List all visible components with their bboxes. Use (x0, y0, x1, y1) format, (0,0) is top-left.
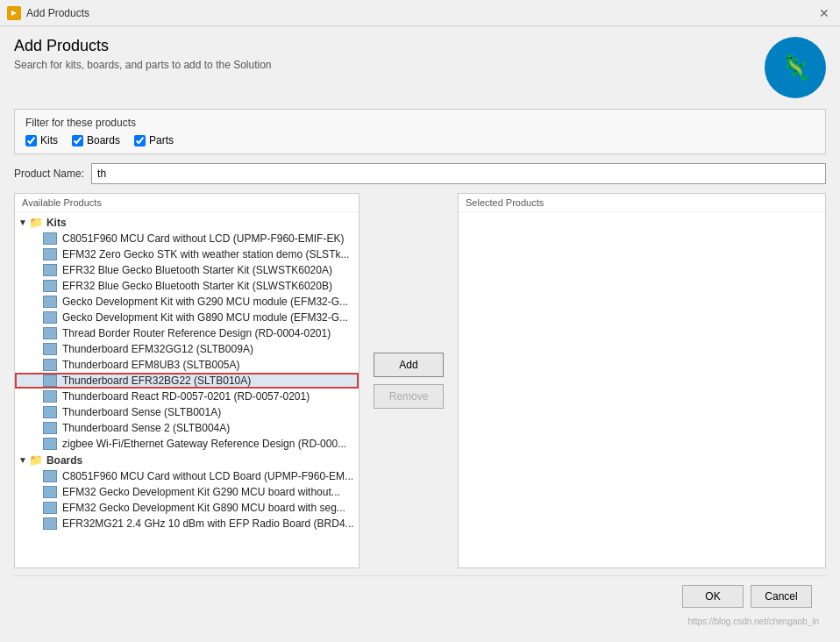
product-name-input[interactable] (91, 163, 826, 184)
kit-icon (43, 280, 57, 292)
category-kits[interactable]: ▼ 📁 Kits (15, 214, 359, 231)
list-item[interactable]: EFM32 Gecko Development Kit G890 MCU boa… (15, 500, 359, 516)
header-area: Add Products Search for kits, boards, an… (14, 37, 826, 98)
kit-icon (43, 311, 57, 324)
dialog-title: Add Products (14, 37, 272, 55)
title-bar-title: Add Products (26, 7, 89, 19)
parts-label: Parts (149, 134, 174, 146)
header-text: Add Products Search for kits, boards, an… (14, 37, 272, 71)
product-name-label: Product Name: (14, 168, 84, 180)
boards-category-label: Boards (46, 454, 82, 467)
kit-icon (43, 248, 57, 260)
checkbox-row: Kits Boards Parts (25, 134, 815, 146)
checkbox-boards[interactable]: Boards (72, 134, 120, 146)
close-button[interactable]: ✕ (815, 4, 833, 22)
board-icon (43, 502, 57, 514)
item-label: Thread Border Router Reference Design (R… (62, 327, 331, 339)
list-item[interactable]: EFM32 Zero Gecko STK with weather statio… (15, 246, 359, 262)
parts-checkbox[interactable] (134, 135, 146, 146)
item-label: C8051F960 MCU Card without LCD (UPMP-F96… (62, 232, 344, 245)
item-label: EFM32 Zero Gecko STK with weather statio… (62, 248, 349, 260)
item-label: EFR32MG21 2.4 GHz 10 dBm with EFP Radio … (62, 517, 354, 530)
kit-icon (43, 390, 57, 403)
category-boards[interactable]: ▼ 📁 Boards (15, 452, 359, 468)
svg-text:🦎: 🦎 (780, 53, 811, 82)
item-label: Gecko Development Kit with G290 MCU modu… (62, 296, 348, 308)
product-list[interactable]: ▼ 📁 Kits C8051F960 MCU Card without LCD … (15, 212, 359, 567)
list-item[interactable]: Thunderboard EFM8UB3 (SLTB005A) (15, 357, 359, 373)
list-item[interactable]: EFM32 Gecko Development Kit G290 MCU boa… (15, 484, 359, 500)
selected-products-panel: Selected Products (458, 193, 826, 568)
kit-icon (43, 406, 57, 418)
list-item[interactable]: Thunderboard Sense 2 (SLTB004A) (15, 420, 359, 436)
title-bar: Add Products ✕ (0, 0, 840, 26)
kits-folder-icon: 📁 (29, 216, 43, 229)
item-label: EFR32 Blue Gecko Bluetooth Starter Kit (… (62, 264, 332, 276)
title-bar-left: Add Products (7, 6, 89, 20)
item-label: EFM32 Gecko Development Kit G890 MCU boa… (62, 502, 345, 514)
kit-icon (43, 374, 57, 387)
cancel-button[interactable]: Cancel (751, 585, 812, 608)
ok-button[interactable]: OK (682, 585, 744, 608)
board-icon (43, 470, 57, 482)
dialog-subtitle: Search for kits, boards, and parts to ad… (14, 59, 272, 71)
checkbox-kits[interactable]: Kits (25, 134, 58, 146)
kits-label: Kits (40, 134, 58, 146)
kits-checkbox[interactable] (25, 135, 37, 146)
item-label: zigbee Wi-Fi/Ethernet Gateway Reference … (62, 438, 346, 450)
list-item[interactable]: Thunderboard React RD-0057-0201 (RD-0057… (15, 389, 359, 404)
list-item[interactable]: EFR32MG21 2.4 GHz 10 dBm with EFP Radio … (15, 516, 359, 531)
kit-icon (43, 296, 57, 308)
checkbox-parts[interactable]: Parts (134, 134, 174, 146)
add-button[interactable]: Add (374, 353, 444, 377)
item-label: Thunderboard EFM8UB3 (SLTB005A) (62, 359, 240, 371)
remove-button[interactable]: Remove (374, 384, 444, 409)
dialog-content: Add Products Search for kits, boards, an… (0, 26, 840, 642)
item-label: EFM32 Gecko Development Kit G290 MCU boa… (62, 486, 340, 498)
item-label: Thunderboard EFM32GG12 (SLTB009A) (62, 343, 253, 355)
list-item[interactable]: C8051F960 MCU Card without LCD (UPMP-F96… (15, 231, 359, 246)
list-item[interactable]: C8051F960 MCU Card without LCD Board (UP… (15, 468, 359, 484)
item-label: Thunderboard EFR32BG22 (SLTB010A) (62, 374, 251, 387)
center-buttons-area: Add Remove (367, 193, 451, 568)
list-item-selected[interactable]: Thunderboard EFR32BG22 (SLTB010A) (15, 373, 359, 389)
list-item[interactable]: zigbee Wi-Fi/Ethernet Gateway Reference … (15, 436, 359, 452)
kits-category-label: Kits (46, 217, 67, 229)
product-name-row: Product Name: (14, 163, 826, 184)
board-icon (43, 486, 57, 498)
main-panels: Available Products ▼ 📁 Kits C8051F960 MC… (14, 193, 826, 568)
list-item[interactable]: EFR32 Blue Gecko Bluetooth Starter Kit (… (15, 262, 359, 278)
item-label: C8051F960 MCU Card without LCD Board (UP… (62, 470, 353, 482)
item-label: EFR32 Blue Gecko Bluetooth Starter Kit (… (62, 280, 332, 292)
kits-arrow-icon: ▼ (18, 218, 27, 227)
kit-icon (43, 359, 57, 371)
item-label: Thunderboard Sense (SLTB001A) (62, 406, 221, 418)
kit-icon (43, 327, 57, 339)
filter-section: Filter for these products Kits Boards Pa… (14, 109, 826, 154)
header-logo: 🦎 (765, 37, 826, 98)
dialog-window: Add Products ✕ Add Products Search for k… (0, 0, 840, 642)
list-item[interactable]: Thunderboard Sense (SLTB001A) (15, 404, 359, 420)
list-item[interactable]: Gecko Development Kit with G890 MCU modu… (15, 310, 359, 325)
available-products-label: Available Products (15, 194, 359, 212)
kit-icon (43, 422, 57, 434)
gecko-logo-icon: 🦎 (773, 46, 817, 89)
boards-folder-icon: 📁 (29, 453, 43, 467)
filter-label: Filter for these products (25, 117, 815, 129)
list-item[interactable]: Thread Border Router Reference Design (R… (15, 325, 359, 341)
title-bar-app-icon (7, 6, 21, 20)
boards-arrow-icon: ▼ (18, 455, 27, 465)
available-products-panel: Available Products ▼ 📁 Kits C8051F960 MC… (14, 193, 359, 568)
kit-icon (43, 232, 57, 245)
selected-products-label: Selected Products (459, 194, 825, 212)
kit-icon (43, 343, 57, 355)
list-item[interactable]: EFR32 Blue Gecko Bluetooth Starter Kit (… (15, 278, 359, 294)
list-item[interactable]: Thunderboard EFM32GG12 (SLTB009A) (15, 341, 359, 357)
list-item[interactable]: Gecko Development Kit with G290 MCU modu… (15, 294, 359, 310)
item-label: Thunderboard Sense 2 (SLTB004A) (62, 422, 230, 434)
kit-icon (43, 264, 57, 276)
boards-checkbox[interactable] (72, 135, 83, 146)
boards-label: Boards (87, 134, 120, 146)
board-icon (43, 517, 57, 530)
item-label: Thunderboard React RD-0057-0201 (RD-0057… (62, 390, 310, 403)
